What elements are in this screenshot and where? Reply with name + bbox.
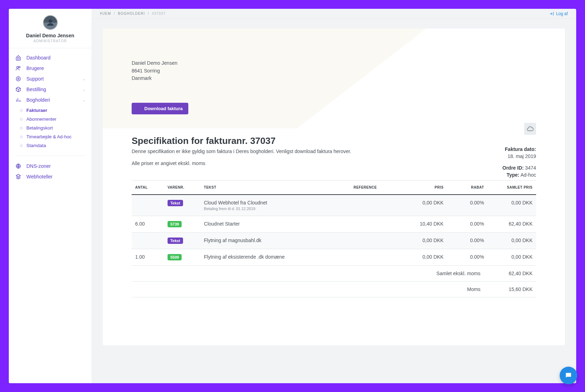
sidebar-item-brugere[interactable]: Brugere [9,63,92,74]
sidebar-sublabel: Timearbejde & Ad-hoc [26,134,71,139]
sidebar-item-bestilling[interactable]: Bestilling⌄ [9,84,92,95]
cell-pris: 0,00 DKK [398,195,447,216]
table-row: 6.005739Cloudnet Starter10,40 DKK0.00%62… [132,216,536,233]
sidebar-item-webhoteller[interactable]: Webhoteller [9,171,92,182]
breadcrumb-hjem[interactable]: HJEM [100,12,111,15]
total-value: 15,60 DKK [488,282,536,297]
logout-label: Log af [556,11,568,16]
sidebar-item-dns[interactable]: DNS-zoner [9,161,92,171]
cell-antal [132,195,164,216]
chevron-down-icon: ⌄ [82,77,85,81]
th-samlet: SAMLET PRIS [488,181,536,195]
nav-divider [15,156,85,156]
sidebar-subitem-fakturaer[interactable]: Fakturaer [9,106,92,115]
chevron-down-icon: ⌄ [82,98,85,102]
sidebar-sublabel: Fakturaer [26,108,47,113]
type-value: Ad-hoc [521,172,536,178]
sidebar-label: Brugere [26,65,44,71]
cell-varenr: Tekst [164,233,200,249]
cell-pris: 0,00 DKK [398,233,447,249]
sidebar-label: Webhoteller [26,174,52,179]
cell-reference [350,195,398,216]
th-pris: PRIS [398,181,447,195]
package-icon [15,87,21,92]
sidebar-subitem-timearbejde[interactable]: Timearbejde & Ad-hoc [9,132,92,141]
th-rabat: RABAT [447,181,488,195]
varenr-badge: Tekst [168,238,183,244]
cell-reference [350,216,398,233]
cell-subtext: Betaling frem til d. 01.12.2019 [204,207,346,211]
cell-varenr: 5509 [164,249,200,266]
breadcrumb-sep: / [114,12,115,15]
globe-icon [15,163,21,169]
logout-icon [549,11,554,16]
avatar[interactable] [43,15,58,30]
home-icon [15,55,21,61]
cell-rabat: 0.00% [447,195,488,216]
order-label: Ordre ID: [502,165,524,171]
cell-pris: 0,00 DKK [398,249,447,266]
varenr-badge: 5739 [168,221,182,227]
cell-reference [350,233,398,249]
download-label: Download faktura [144,106,183,111]
breadcrumb-bogholderi[interactable]: BOGHOLDERI [118,12,145,15]
sidebar-subitem-stamdata[interactable]: Stamdata [9,141,92,150]
cell-varenr: 5739 [164,216,200,233]
table-row: TekstCloud Webhotel fra CloudnetBetaling… [132,195,536,216]
cell-reference [350,249,398,266]
chat-fab[interactable] [560,367,577,384]
profile-section: Daniel Demo Jensen ADMINISTRATOR [9,9,92,48]
spec-title: Specifikation for fakturanr. 37037 [132,135,536,146]
total-row: Samlet ekskl. moms62,40 DKK [132,266,536,282]
cell-rabat: 0.00% [447,216,488,233]
varenr-badge: Tekst [168,200,183,206]
cell-rabat: 0.00% [447,233,488,249]
cell-antal: 6.00 [132,216,164,233]
spec-note: Alle priser er angivet ekskl. moms [132,160,536,166]
th-tekst: TEKST [200,181,350,195]
user-name: Daniel Demo Jensen [9,33,92,38]
th-varenr: VARENR. [164,181,200,195]
cell-tekst: Cloudnet Starter [200,216,350,233]
sidebar-item-bogholderi[interactable]: Bogholderi⌄ [9,95,92,105]
sidebar-item-dashboard[interactable]: Dashboard [9,52,92,63]
cell-samlet: 0,00 DKK [488,195,536,216]
th-reference: REFERENCE [350,181,398,195]
total-row: Moms15,60 DKK [132,282,536,297]
invoice-meta: Faktura dato: 18. maj 2019 Ordre ID: 347… [502,123,536,178]
logout-link[interactable]: Log af [549,11,568,16]
order-value: 3474 [525,165,536,171]
cell-tekst: Flytning af eksisterende .dk domæne [200,249,350,266]
download-icon [137,107,141,111]
svg-point-0 [49,19,52,23]
cell-antal [132,233,164,249]
cell-tekst: Cloud Webhotel fra CloudnetBetaling frem… [200,195,350,216]
total-label: Moms [132,282,488,297]
users-icon [15,65,21,71]
breadcrumb-current: #37037 [152,12,165,15]
cell-samlet: 0,00 DKK [488,233,536,249]
total-value: 62,40 DKK [488,266,536,282]
th-antal: ANTAL [132,181,164,195]
svg-point-3 [16,77,20,81]
addr-name: Daniel Demo Jensen [132,59,536,67]
varenr-badge: 5509 [168,254,182,260]
cell-samlet: 62,40 DKK [488,216,536,233]
cell-tekst: Flytning af magnusbahl.dk [200,233,350,249]
sidebar-item-support[interactable]: Support⌄ [9,74,92,84]
sidebar-sublabel: Betalingskort [26,125,53,131]
table-row: 1.005509Flytning af eksisterende .dk dom… [132,249,536,266]
topbar: HJEM / BOGHOLDERI / #37037 Log af [92,9,576,19]
chat-icon [565,372,572,379]
sidebar-subitem-abonnementer[interactable]: Abonnementer [9,115,92,124]
sidebar-label: Dashboard [26,55,51,61]
cell-rabat: 0.00% [447,249,488,266]
download-invoice-button[interactable]: Download faktura [132,103,188,114]
breadcrumb-sep: / [148,12,149,15]
support-icon [15,76,21,82]
table-row: TekstFlytning af magnusbahl.dk0,00 DKK0.… [132,233,536,249]
spec-subtitle: Denne specifikation er ikke gyldig som f… [132,148,536,154]
sidebar-subitem-betalingskort[interactable]: Betalingskort [9,124,92,132]
sidebar-label: Support [26,76,44,82]
sidebar-label: DNS-zoner [26,163,51,169]
